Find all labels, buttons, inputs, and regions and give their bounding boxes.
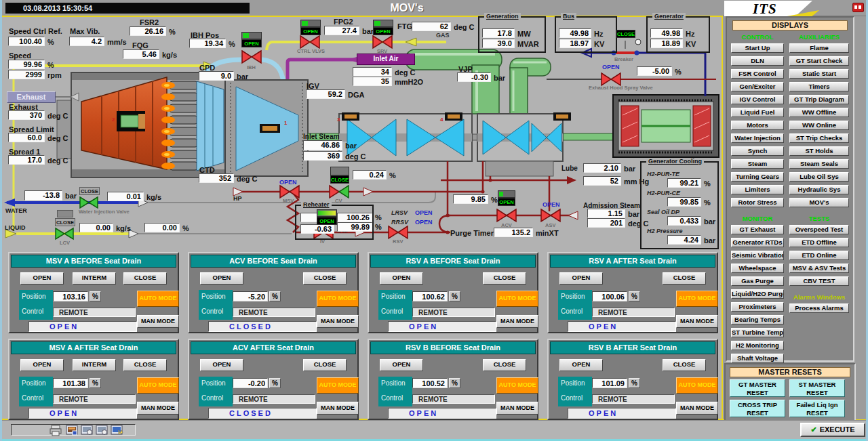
display-button-wheelspace[interactable]: Wheelspace — [731, 264, 784, 273]
display-button-proximeters[interactable]: Proximeters — [731, 302, 784, 312]
open-button[interactable]: OPEN — [559, 272, 603, 285]
exhaust-tag-button[interactable]: Exhaust — [7, 91, 56, 103]
close-button[interactable]: CLOSE — [303, 272, 347, 285]
auto-mode-button[interactable]: AUTO MODE — [137, 377, 179, 394]
display-button-gt-exhaust[interactable]: GT Exhaust — [731, 225, 784, 234]
display-button-gas-purge[interactable]: Gas Purge — [731, 276, 784, 286]
display-button-cbv-test[interactable]: CBV TEST — [789, 276, 849, 286]
display-button-st-holds[interactable]: ST Holds — [789, 146, 849, 156]
auto-mode-button[interactable]: AUTO MODE — [317, 291, 359, 307]
display-button-gt-start-check[interactable]: GT Start Check — [789, 56, 849, 66]
display-button-seismic-vibration[interactable]: Seismic Vibration — [731, 251, 784, 260]
display-button-st-trip-checks[interactable]: ST Trip Checks — [789, 133, 849, 143]
close-button[interactable]: CLOSE — [663, 359, 706, 371]
display-button-msv-asv-tests[interactable]: MSV & ASV Tests — [789, 264, 849, 273]
display-button-start-up[interactable]: Start Up — [731, 43, 784, 53]
printer-icon[interactable] — [49, 423, 62, 437]
auto-mode-button[interactable]: AUTO MODE — [137, 291, 179, 307]
display-button-ww-online[interactable]: WW Online — [789, 121, 849, 130]
display-button-generator-rtds[interactable]: Generator RTDs — [731, 238, 784, 247]
display-button-igv-control[interactable]: IGV Control — [731, 95, 784, 104]
cross-trip-reset-button[interactable]: CROSS TRIP RESET — [730, 400, 785, 417]
display-button-lube-oil-sys[interactable]: Lube Oil Sys — [789, 172, 849, 182]
open-button[interactable]: OPEN — [20, 359, 64, 371]
display-button-rotor-stress[interactable]: Rotor Stress — [731, 198, 784, 207]
display-button-gt-trip-diagram[interactable]: GT Trip Diagram — [789, 95, 849, 104]
display-button-movs[interactable]: MOV's — [789, 198, 849, 207]
open-button[interactable]: OPEN — [200, 359, 243, 371]
h2-pressure-value: 4.24 — [667, 235, 701, 245]
display-button-motors[interactable]: Motors — [731, 121, 784, 130]
display-button-h2-monitoring[interactable]: H2 Monitoring — [731, 341, 784, 350]
auto-mode-button[interactable]: AUTO MODE — [496, 291, 538, 307]
open-button[interactable]: OPEN — [200, 272, 243, 285]
interm-button[interactable]: INTERM — [73, 272, 116, 285]
display-copy-icon[interactable] — [80, 423, 94, 437]
display-button-steam-seals[interactable]: Steam Seals — [789, 159, 849, 169]
display-button-limiters[interactable]: Limiters — [731, 185, 784, 194]
display-button-flame[interactable]: Flame — [789, 43, 849, 53]
alarm-icon[interactable] — [852, 3, 864, 12]
display-button-gen-exciter[interactable]: Gen/Exciter — [731, 82, 784, 91]
close-button[interactable]: CLOSE — [663, 272, 706, 285]
display-button-static-start[interactable]: Static Start — [789, 69, 849, 79]
exhaust-value: 370 — [8, 110, 45, 120]
display-button-liquid-fuel[interactable]: Liquid Fuel — [731, 108, 784, 117]
man-mode-button[interactable]: MAN MODE — [676, 402, 718, 415]
display-button-etd-offline[interactable]: ETD Offline — [789, 238, 849, 247]
display-button-dln[interactable]: DLN — [731, 56, 784, 66]
man-mode-button[interactable]: MAN MODE — [676, 315, 718, 328]
max-vib-value: 4.2 — [69, 37, 104, 46]
control-label: Control — [381, 394, 403, 402]
interm-button[interactable]: INTERM — [73, 359, 116, 371]
new-display-icon[interactable] — [110, 423, 123, 437]
display-button-fsr-control[interactable]: FSR Control — [731, 69, 784, 79]
bearing-2: 2 — [112, 117, 115, 123]
man-mode-button[interactable]: MAN MODE — [137, 402, 179, 415]
display-button-process-alarms[interactable]: Process Alarms — [789, 303, 849, 313]
open-button[interactable]: OPEN — [380, 359, 423, 371]
failed-liq-ign-reset-button[interactable]: Failed Liq Ign RESET — [789, 400, 845, 417]
position-label: Position — [22, 379, 46, 387]
man-mode-button[interactable]: MAN MODE — [496, 402, 538, 415]
man-mode-button[interactable]: MAN MODE — [317, 402, 359, 415]
display-button-hydraulic-sys[interactable]: Hydraulic Sys — [789, 185, 849, 194]
display-swap-icon[interactable] — [95, 423, 108, 437]
display-button-etd-online[interactable]: ETD Online — [789, 251, 849, 260]
display-button-timers[interactable]: Timers — [789, 82, 849, 91]
display-button-liquid-h2o-purge[interactable]: Liquid/H2O Purge — [731, 289, 784, 299]
display-button-shaft-voltage[interactable]: Shaft Voltage — [731, 354, 784, 363]
auto-mode-button[interactable]: AUTO MODE — [317, 377, 359, 394]
close-button[interactable]: CLOSE — [123, 272, 167, 285]
position-label: Position — [561, 379, 585, 387]
cpd-value: 9.0 — [199, 71, 234, 81]
display-button-synch[interactable]: Synch — [731, 146, 784, 156]
open-button[interactable]: OPEN — [559, 359, 603, 371]
panel-title: ACV BEFORE Seat Drain — [191, 255, 356, 268]
st-master-reset-button[interactable]: ST MASTER RESET — [789, 379, 845, 397]
man-mode-button[interactable]: MAN MODE — [317, 315, 359, 328]
close-button[interactable]: CLOSE — [483, 359, 526, 371]
display-button-st-turbine-temps[interactable]: ST Turbine Temps — [731, 328, 784, 337]
gt-master-reset-button[interactable]: GT MASTER RESET — [730, 379, 785, 397]
execute-button[interactable]: ✔EXECUTE — [800, 423, 865, 437]
display-button-ww-offline[interactable]: WW Offline — [789, 108, 849, 117]
display-button-bearing-temps[interactable]: Bearing Temps — [731, 315, 784, 324]
close-button[interactable]: CLOSE — [483, 272, 526, 285]
auto-mode-button[interactable]: AUTO MODE — [676, 291, 718, 307]
open-button[interactable]: OPEN — [380, 272, 423, 285]
display-button-overspeed-test[interactable]: Overspeed Test — [789, 225, 849, 234]
display-button-turning-gears[interactable]: Turning Gears — [731, 172, 784, 182]
display-button-water-injection[interactable]: Water Injection — [731, 133, 784, 143]
auto-mode-button[interactable]: AUTO MODE — [496, 377, 538, 394]
display-button-steam[interactable]: Steam — [731, 159, 784, 169]
screen-capture-icon[interactable] — [65, 423, 79, 437]
man-mode-button[interactable]: MAN MODE — [137, 315, 179, 328]
close-button[interactable]: CLOSE — [303, 359, 347, 371]
open-button[interactable]: OPEN — [20, 272, 64, 285]
acv-pos: 9.85 — [453, 194, 488, 204]
man-mode-button[interactable]: MAN MODE — [496, 315, 538, 328]
auto-mode-button[interactable]: AUTO MODE — [676, 377, 718, 394]
panel-title: RSV A AFTER Seat Drain — [550, 255, 715, 268]
close-button[interactable]: CLOSE — [123, 359, 167, 371]
